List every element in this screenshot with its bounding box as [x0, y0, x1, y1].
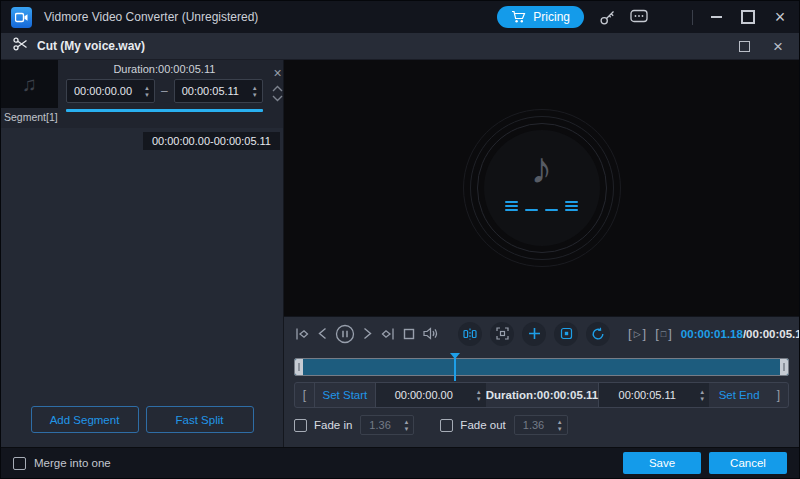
fade-in-input[interactable]: 1.36 [360, 415, 414, 435]
go-to-start-icon[interactable] [294, 324, 310, 344]
fast-split-button[interactable]: Fast Split [146, 406, 254, 433]
spin-up-icon[interactable] [403, 419, 409, 425]
range-separator: – [161, 84, 168, 98]
segment-range-bar[interactable] [66, 109, 263, 112]
cut-dialog-title: Cut (My voice.wav) [37, 39, 145, 53]
trim-end-handle[interactable] [780, 359, 788, 375]
add-segment-icon-button[interactable] [522, 322, 546, 346]
segment-end-input[interactable]: 00:00:05.11 [174, 79, 263, 103]
spin-up-icon[interactable] [144, 85, 150, 91]
fade-out-input[interactable]: 1.36 [514, 415, 568, 435]
equalizer-icon [505, 199, 578, 211]
set-start-button[interactable]: Set Start [314, 383, 376, 407]
segment-move-down-icon[interactable] [272, 95, 283, 102]
pricing-label: Pricing [533, 10, 570, 24]
snapshot-button[interactable] [490, 322, 514, 346]
playback-controls-panel: [▷] [□] 00:00:01.18/00:00:05.11 [284, 316, 799, 447]
copy-segment-button[interactable] [554, 322, 578, 346]
trim-start-input[interactable]: 00:00:00.00 [376, 383, 486, 407]
merge-into-one-checkbox[interactable] [13, 457, 26, 470]
current-time: 00:00:01.18 [681, 328, 743, 340]
total-time: /00:00:05.11 [743, 328, 800, 340]
app-window: Vidmore Video Converter (Unregistered) P… [0, 0, 800, 479]
reset-button[interactable] [586, 322, 610, 346]
fade-in-checkbox[interactable] [294, 419, 307, 432]
cart-icon [511, 10, 526, 25]
add-segment-button[interactable]: Add Segment [31, 406, 139, 433]
feedback-icon[interactable] [630, 8, 648, 26]
window-title: Vidmore Video Converter (Unregistered) [44, 10, 258, 24]
segment-delete-icon[interactable] [274, 64, 282, 82]
cancel-button[interactable]: Cancel [709, 452, 787, 474]
save-button[interactable]: Save [623, 452, 701, 474]
segment-start-input[interactable]: 00:00:00.00 [66, 79, 155, 103]
maximize-button[interactable] [739, 8, 757, 26]
segment-move-up-icon[interactable] [272, 85, 283, 92]
trim-start-value: 00:00:00.00 [376, 389, 472, 401]
spin-up-icon[interactable] [557, 419, 563, 425]
fade-out-checkbox[interactable] [440, 419, 453, 432]
audio-preview-area [284, 60, 799, 316]
playback-time: 00:00:01.18/00:00:05.11 [681, 328, 800, 340]
segment-range-tooltip: 00:00:00.00-00:00:05.11 [143, 132, 280, 150]
spin-down-icon[interactable] [476, 396, 482, 402]
spin-down-icon[interactable] [699, 396, 705, 402]
trim-end-input[interactable]: 00:00:05.11 [599, 383, 709, 407]
pricing-button[interactable]: Pricing [497, 6, 584, 28]
dialog-maximize-button[interactable] [735, 37, 753, 55]
audio-disc [484, 130, 600, 246]
split-segment-button[interactable] [458, 322, 482, 346]
spin-down-icon[interactable] [144, 92, 150, 98]
preview-outer-ring [463, 109, 621, 267]
trim-slider[interactable] [294, 358, 789, 376]
stop-icon[interactable] [403, 324, 415, 344]
fade-in-label: Fade in [314, 419, 352, 431]
segment-label: Segment[1] [1, 108, 58, 123]
segment-end-value: 00:00:05.11 [175, 85, 248, 97]
register-key-icon[interactable] [598, 8, 616, 26]
fade-in-value: 1.36 [361, 419, 399, 431]
fade-out-value: 1.36 [515, 419, 553, 431]
spin-up-icon[interactable] [252, 85, 258, 91]
previous-frame-icon[interactable] [317, 324, 328, 344]
close-bracket: ] [769, 383, 788, 407]
play-segment-button[interactable]: [▷] [628, 326, 646, 341]
trim-end-value: 00:00:05.11 [599, 389, 695, 401]
segment-duration-label: Duration:00:00:05.11 [66, 63, 263, 75]
spin-up-icon[interactable] [699, 389, 705, 395]
spin-down-icon[interactable] [403, 426, 409, 432]
titlebar-separator [692, 10, 693, 25]
go-to-end-icon[interactable] [380, 324, 396, 344]
trim-start-handle[interactable] [295, 359, 303, 375]
titlebar: Vidmore Video Converter (Unregistered) P… [1, 1, 799, 33]
minimize-button[interactable] [707, 8, 725, 26]
segment-list-panel: Segment[1] Duration:00:00:05.11 00:00:00… [1, 60, 284, 447]
next-frame-icon[interactable] [362, 324, 373, 344]
close-button[interactable] [771, 8, 789, 26]
music-note-icon [22, 73, 37, 96]
fade-out-label: Fade out [460, 419, 505, 431]
footer-bar: Merge into one Save Cancel [1, 447, 799, 478]
set-end-button[interactable]: Set End [709, 383, 769, 407]
spin-down-icon[interactable] [252, 92, 258, 98]
menu-icon[interactable] [662, 8, 678, 26]
merge-into-one-label: Merge into one [34, 457, 111, 469]
trim-duration-label: Duration:00:00:05.11 [486, 383, 600, 407]
segment-start-value: 00:00:00.00 [67, 85, 140, 97]
open-bracket: [ [295, 383, 314, 407]
segment-item[interactable]: Segment[1] Duration:00:00:05.11 00:00:00… [1, 60, 283, 128]
trim-bar: [ Set Start 00:00:00.00 Duration:00:00:0… [294, 382, 789, 408]
scissors-icon [13, 37, 28, 55]
segment-thumbnail[interactable] [1, 60, 58, 108]
volume-icon[interactable] [422, 324, 439, 344]
preview-frame-button[interactable]: [□] [655, 326, 672, 341]
app-logo-icon [11, 7, 32, 28]
playhead[interactable] [450, 353, 460, 383]
music-note-icon [531, 146, 553, 190]
cut-dialog-header: Cut (My voice.wav) [1, 33, 799, 60]
pause-icon[interactable] [335, 324, 355, 344]
dialog-close-button[interactable] [769, 37, 787, 55]
spin-down-icon[interactable] [557, 426, 563, 432]
spin-up-icon[interactable] [476, 389, 482, 395]
